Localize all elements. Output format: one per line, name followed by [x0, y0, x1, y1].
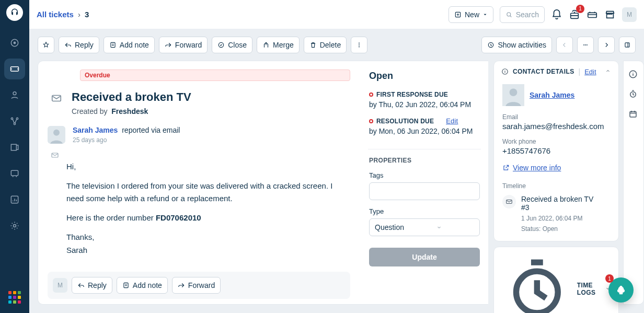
edit-contact-link[interactable]: Edit — [584, 68, 596, 76]
svg-point-9 — [14, 225, 16, 227]
show-activities-button[interactable]: Show activities — [481, 37, 552, 53]
merge-button[interactable]: Merge — [257, 37, 300, 53]
star-button[interactable] — [38, 37, 54, 53]
message-body: Hi, The television I ordered from your s… — [66, 160, 350, 264]
nav-contacts[interactable] — [4, 85, 25, 106]
sla-first-response: FIRST RESPONSE DUE by Thu, 02 Jun 2022, … — [369, 91, 480, 109]
breadcrumb: All tickets › 3 — [37, 10, 89, 19]
nav-dashboard[interactable] — [4, 32, 25, 53]
close-label: Close — [228, 41, 247, 49]
ticket-subject: Received a broken TV — [72, 90, 191, 104]
created-by: Created by Freshdesk — [72, 107, 191, 115]
svg-point-22 — [586, 44, 588, 45]
profile-avatar[interactable]: M — [622, 7, 637, 22]
new-button[interactable]: New — [448, 6, 493, 23]
update-button[interactable]: Update — [369, 248, 480, 266]
time-logs-card: TIME LOGS — [493, 247, 619, 313]
timeline-item[interactable]: Received a broken TV #3 1 Jun 2022, 06:0… — [502, 195, 610, 233]
type-label: Type — [369, 207, 480, 215]
sla-resolution: RESOLUTION DUE Edit by Mon, 06 Jun 2022,… — [369, 117, 480, 135]
prev-ticket-button[interactable] — [556, 37, 573, 53]
overflow-button[interactable] — [577, 37, 594, 53]
contact-phone: +1855747676 — [502, 146, 610, 155]
merge-label: Merge — [273, 41, 294, 49]
notifications-icon[interactable] — [551, 9, 562, 20]
delete-button[interactable]: Delete — [304, 37, 347, 53]
add-note-button[interactable]: Add note — [104, 37, 155, 53]
agent-avatar: M — [53, 278, 67, 293]
footer-add-note-button[interactable]: Add note — [117, 277, 168, 294]
delete-label: Delete — [320, 41, 341, 49]
channel-email-icon — [51, 92, 63, 105]
top-bar: All tickets › 3 New Search 1 — [29, 0, 644, 29]
footer-forward-button[interactable]: Forward — [172, 277, 221, 294]
fab-badge: 1 — [605, 274, 614, 283]
mail-icon — [51, 151, 66, 161]
timer-widget-icon[interactable] — [628, 89, 639, 100]
mail-icon — [502, 195, 516, 208]
requester-name[interactable]: Sarah James — [73, 126, 118, 134]
status-panel: Open FIRST RESPONSE DUE by Thu, 02 Jun 2… — [360, 61, 488, 305]
app-launcher-icon[interactable] — [8, 291, 21, 304]
info-widget-icon[interactable] — [628, 69, 639, 80]
search-button[interactable]: Search — [500, 6, 545, 23]
ticket-status: Open — [369, 71, 480, 82]
nav-admin[interactable] — [4, 215, 25, 236]
nav-automation[interactable] — [4, 111, 25, 132]
reply-label: Reply — [75, 41, 94, 49]
svg-point-17 — [359, 44, 360, 45]
next-ticket-button[interactable] — [598, 37, 615, 53]
close-button[interactable]: Close — [212, 37, 252, 53]
svg-point-3 — [13, 92, 16, 95]
view-more-link[interactable]: View more info — [502, 164, 610, 172]
nav-tickets[interactable] — [4, 59, 25, 79]
svg-rect-36 — [630, 112, 636, 118]
timeline-item-date: 1 Jun 2022, 06:04 PM — [521, 215, 593, 222]
nav-social[interactable] — [4, 163, 25, 184]
svg-rect-7 — [11, 170, 18, 176]
reply-footer: M Reply Add note Forward — [48, 272, 350, 299]
timer-icon — [501, 253, 573, 313]
new-button-label: New — [465, 10, 479, 19]
chevron-right-icon: › — [78, 10, 80, 19]
app-logo — [6, 4, 23, 21]
subscription-icon[interactable] — [586, 9, 598, 20]
contact-details-card: CONTACT DETAILS | Edit Sarah James — [493, 61, 619, 241]
footer-reply-button[interactable]: Reply — [72, 277, 112, 294]
nav-solutions[interactable] — [4, 137, 25, 158]
tags-input[interactable] — [369, 182, 480, 200]
email-label: Email — [502, 113, 610, 121]
edit-resolution-link[interactable]: Edit — [446, 117, 458, 125]
more-actions-button[interactable] — [351, 37, 367, 53]
type-select[interactable]: Question — [369, 218, 480, 236]
contact-name-link[interactable]: Sarah James — [530, 91, 574, 99]
breadcrumb-all-tickets[interactable]: All tickets — [37, 10, 74, 19]
whats-new-icon[interactable]: 1 — [569, 9, 580, 20]
message-meta: Sarah James reported via email 25 days a… — [73, 126, 180, 144]
search-placeholder: Search — [516, 10, 539, 19]
calendar-widget-icon[interactable] — [628, 109, 639, 120]
svg-point-18 — [359, 47, 360, 48]
apps-fab[interactable]: 1 — [608, 277, 634, 303]
requester-avatar — [48, 126, 65, 144]
nav-analytics[interactable] — [4, 189, 25, 210]
marketplace-icon[interactable] — [604, 9, 616, 20]
contact-email: sarah.james@freshdesk.com — [502, 122, 610, 131]
svg-point-6 — [14, 123, 15, 124]
overdue-dot-icon — [369, 119, 373, 123]
reply-button[interactable]: Reply — [59, 37, 99, 53]
status-badge-overdue: Overdue — [80, 69, 350, 81]
time-logs-heading: TIME LOGS — [577, 282, 601, 296]
svg-point-11 — [507, 13, 511, 16]
svg-point-4 — [11, 118, 13, 119]
timeline-item-status: Status: Open — [521, 225, 593, 233]
collapse-icon[interactable] — [605, 67, 611, 76]
info-icon — [501, 68, 509, 75]
conversation-panel: Overdue Received a broken TV Created by … — [38, 61, 360, 305]
external-link-icon — [502, 164, 510, 171]
svg-rect-23 — [625, 43, 629, 47]
overdue-dot-icon — [369, 92, 373, 97]
forward-button[interactable]: Forward — [159, 37, 208, 53]
message-age: 25 days ago — [73, 136, 180, 144]
expand-button[interactable] — [619, 37, 636, 53]
